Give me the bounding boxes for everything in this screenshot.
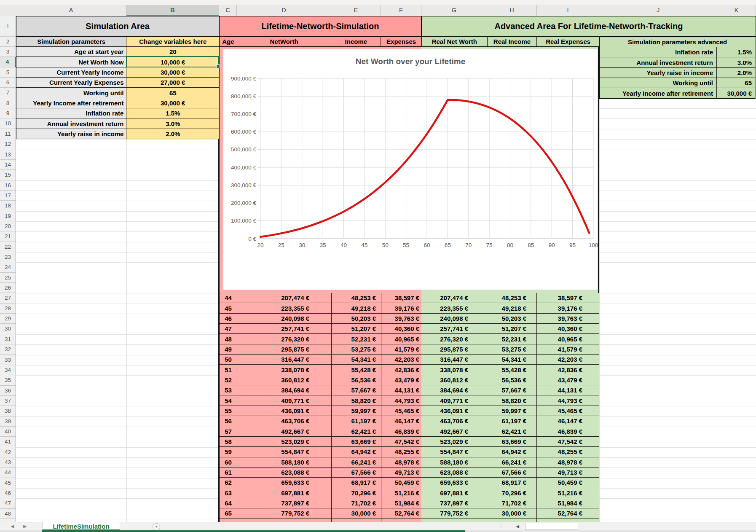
param-label-cell[interactable]: Annual investment return — [16, 118, 126, 129]
networth-cell[interactable]: 63,669 € — [332, 437, 381, 447]
real-networth-cell[interactable]: 659,633 € — [421, 478, 487, 488]
networth-cell[interactable]: 58 — [220, 437, 237, 447]
networth-cell[interactable]: 44,131 € — [381, 385, 422, 395]
param-label-cell[interactable]: Age at start year — [16, 47, 126, 57]
networth-cell[interactable]: 62 — [220, 478, 237, 488]
table-header-real-expenses[interactable]: Real Expenses — [537, 37, 599, 47]
column-header-C[interactable]: C — [219, 5, 237, 16]
networth-cell[interactable]: 49 — [220, 344, 237, 355]
real-networth-cell[interactable]: 64,942 € — [487, 447, 537, 457]
column-header-H[interactable]: H — [487, 5, 537, 16]
row-header-1[interactable]: 1 — [0, 16, 16, 37]
real-networth-cell[interactable]: 384,694 € — [421, 385, 487, 395]
real-networth-cell[interactable]: 63,669 € — [487, 437, 537, 447]
real-networth-cell[interactable]: 58,820 € — [487, 395, 537, 406]
networth-cell[interactable]: 42,203 € — [381, 355, 422, 365]
networth-cell[interactable]: 47,542 € — [381, 437, 422, 447]
real-networth-cell[interactable]: 48,978 € — [537, 457, 599, 468]
real-networth-cell[interactable]: 51,984 € — [537, 498, 599, 508]
chart[interactable]: Net Worth over your Lifetime 0 €100,000 … — [223, 49, 598, 290]
param-value-cell[interactable]: 1.5% — [126, 108, 219, 118]
row-header-3[interactable]: 3 — [0, 47, 16, 57]
networth-cell[interactable]: 44,793 € — [381, 395, 422, 406]
real-networth-cell[interactable]: 276,320 € — [421, 334, 487, 344]
sheet-nav-right-icon[interactable]: ▶ — [23, 524, 27, 529]
row-header-41[interactable]: 41 — [0, 437, 16, 447]
row-header-24[interactable]: 24 — [0, 262, 16, 272]
lifetime-simulation-title-cell[interactable]: Lifetime-Networth-Simulation — [219, 16, 421, 37]
real-networth-cell[interactable]: 71,702 € — [487, 498, 537, 508]
row-header-11[interactable]: 11 — [0, 129, 16, 139]
networth-cell[interactable]: 54,341 € — [332, 355, 381, 365]
networth-cell[interactable]: 276,320 € — [237, 334, 332, 344]
sheet-nav-left-icon[interactable]: ◀ — [11, 524, 14, 529]
advanced-param-label-cell[interactable]: Yearly Income after retirement — [600, 88, 717, 98]
real-networth-cell[interactable]: 50,203 € — [487, 314, 537, 324]
row-header-26[interactable]: 26 — [0, 283, 16, 293]
networth-cell[interactable]: 59 — [220, 447, 237, 457]
real-networth-cell[interactable]: 61,197 € — [487, 416, 537, 426]
row-header-15[interactable]: 15 — [0, 170, 16, 180]
table-header-networth[interactable]: NetWorth — [237, 37, 332, 47]
row-header-17[interactable]: 17 — [0, 191, 16, 201]
networth-cell[interactable]: 71,702 € — [332, 498, 381, 508]
networth-cell[interactable]: 360,812 € — [237, 375, 332, 385]
networth-cell[interactable]: 42,836 € — [381, 365, 422, 375]
row-header-18[interactable]: 18 — [0, 201, 16, 211]
networth-cell[interactable]: 51,216 € — [381, 488, 422, 498]
sheet-tab-lifetimesimulation[interactable]: LifetimeSimulation — [42, 522, 120, 531]
real-networth-cell[interactable]: 30,000 € — [487, 519, 537, 522]
advanced-area-title-cell[interactable]: Advanced Area For Lifetime-Networth-Trac… — [421, 16, 756, 37]
row-header-49[interactable]: 49 — [0, 519, 16, 522]
networth-cell[interactable]: 54 — [220, 395, 237, 406]
networth-cell[interactable]: 48,255 € — [381, 447, 422, 457]
param-label-cell[interactable]: Working until — [16, 88, 126, 98]
networth-cell[interactable]: 62,421 € — [332, 426, 381, 436]
networth-cell[interactable]: 64 — [220, 498, 237, 508]
row-header-43[interactable]: 43 — [0, 457, 16, 468]
real-networth-cell[interactable]: 779,752 € — [421, 508, 487, 519]
real-networth-cell[interactable]: 43,479 € — [537, 375, 599, 385]
networth-cell[interactable]: 554,847 € — [237, 447, 332, 457]
real-networth-cell[interactable]: 463,706 € — [421, 416, 487, 426]
real-networth-cell[interactable]: 409,771 € — [421, 395, 487, 406]
table-header-real-income[interactable]: Real Income — [488, 37, 537, 47]
column-header-B[interactable]: B — [126, 5, 219, 16]
advanced-params-header-cell[interactable]: Simulation parameters advanced — [600, 37, 755, 47]
networth-cell[interactable]: 207,474 € — [237, 293, 332, 303]
networth-cell[interactable]: 30,000 € — [332, 508, 381, 519]
real-networth-cell[interactable]: 48,255 € — [537, 447, 599, 457]
real-networth-cell[interactable]: 53,555 € — [537, 519, 599, 522]
networth-cell[interactable]: 49,218 € — [332, 303, 381, 313]
row-header-47[interactable]: 47 — [0, 498, 16, 508]
networth-cell[interactable]: 316,447 € — [237, 355, 332, 365]
real-networth-cell[interactable]: 257,741 € — [421, 324, 487, 334]
row-header-34[interactable]: 34 — [0, 365, 16, 375]
row-header-20[interactable]: 20 — [0, 221, 16, 231]
networth-cell[interactable]: 51,984 € — [381, 498, 422, 508]
networth-cell[interactable]: 45 — [220, 303, 237, 313]
param-label-cell[interactable]: Current Yearly Income — [16, 67, 126, 78]
real-networth-cell[interactable]: 66,241 € — [487, 457, 537, 468]
networth-cell[interactable]: 56 — [220, 416, 237, 426]
real-networth-cell[interactable]: 40,360 € — [537, 324, 599, 334]
param-value-cell[interactable]: 3.0% — [126, 118, 219, 129]
add-sheet-icon[interactable]: + — [153, 523, 160, 531]
column-header-F[interactable]: F — [381, 5, 421, 16]
advanced-param-label-cell[interactable]: Annual investment return — [600, 57, 717, 67]
row-header-21[interactable]: 21 — [0, 231, 16, 242]
networth-cell[interactable]: 39,176 € — [381, 303, 422, 313]
real-networth-cell[interactable]: 54,341 € — [487, 355, 537, 365]
column-header-I[interactable]: I — [537, 5, 599, 16]
column-header-D[interactable]: D — [237, 5, 331, 16]
networth-cell[interactable]: 61,197 € — [332, 416, 381, 426]
real-networth-cell[interactable]: 52,231 € — [487, 334, 537, 344]
networth-cell[interactable]: 52,231 € — [332, 334, 381, 344]
real-networth-cell[interactable]: 41,579 € — [537, 344, 599, 355]
row-header-10[interactable]: 10 — [0, 118, 16, 129]
networth-cell[interactable]: 70,296 € — [332, 488, 381, 498]
advanced-param-label-cell[interactable]: Working until — [600, 78, 717, 88]
networth-cell[interactable]: 492,667 € — [237, 426, 332, 436]
networth-cell[interactable]: 49,713 € — [381, 468, 422, 478]
networth-cell[interactable]: 45,465 € — [381, 406, 422, 416]
